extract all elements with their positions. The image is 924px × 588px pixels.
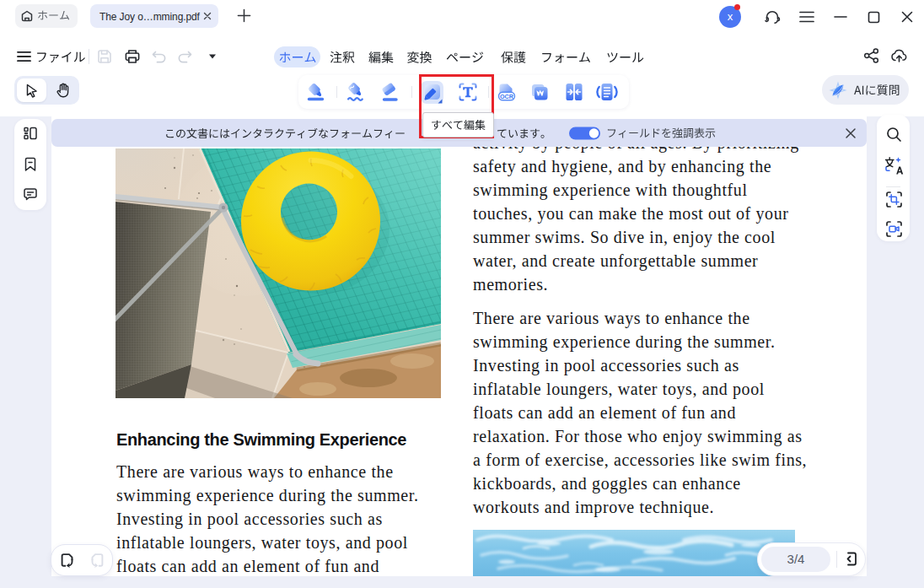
svg-text:OCR: OCR — [500, 93, 514, 100]
